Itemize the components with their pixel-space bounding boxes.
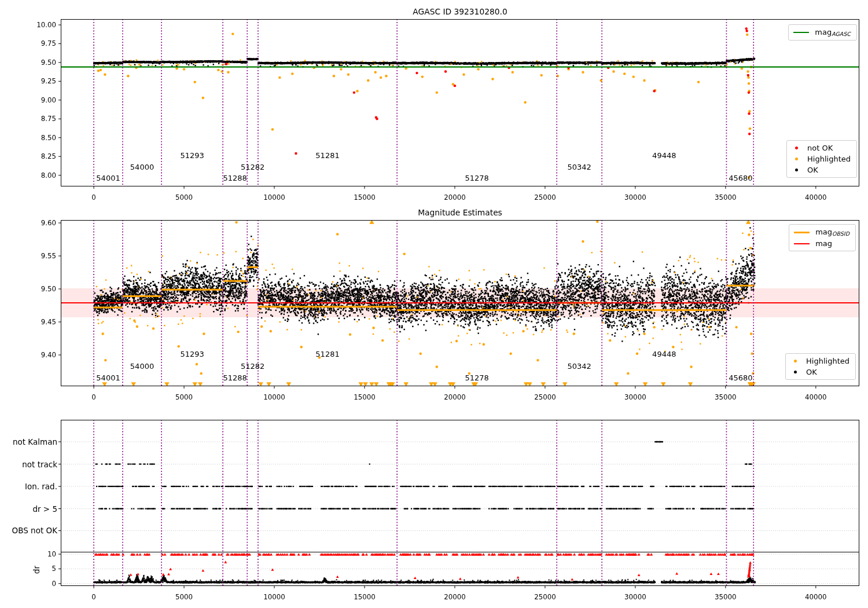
legend-label-not-ok: not OK (807, 144, 833, 152)
ok-marker-swatch (794, 371, 797, 373)
not-ok-marker-swatch (795, 146, 798, 149)
legend-label-ok-mid: OK (806, 368, 817, 376)
dr-axis-label: dr (32, 566, 41, 574)
mag-agasc-line-swatch (793, 32, 809, 33)
legend-item-highlighted: Highlighted (792, 155, 851, 163)
mag-obsid-line-swatch (794, 232, 810, 233)
legend-item-mag-agasc: magAGASC (793, 28, 851, 37)
mag-line-swatch (794, 243, 810, 244)
ok-marker-swatch (795, 169, 798, 171)
legend-item-highlighted-mid: Highlighted (790, 357, 849, 365)
top-plot-title: AGASC ID 392310280.0 (413, 7, 507, 16)
legend-label-mag-obsid: magOBSID (815, 228, 849, 237)
highlighted-marker-swatch (795, 158, 798, 160)
legend-top-points: not OK Highlighted OK (786, 140, 857, 178)
legend-mag-agasc: magAGASC (788, 24, 857, 41)
legend-label-ok: OK (807, 166, 818, 174)
figure: AGASC ID 392310280.0 Magnitude Estimates… (0, 0, 868, 608)
middle-plot-title: Magnitude Estimates (418, 208, 502, 217)
legend-item-not-ok: not OK (792, 144, 851, 152)
legend-item-ok-mid: OK (790, 368, 849, 376)
legend-label-mag: mag (815, 239, 832, 248)
highlighted-marker-swatch (794, 360, 797, 362)
legend-item-mag: mag (794, 239, 849, 248)
legend-label-mag-agasc: magAGASC (815, 28, 851, 37)
legend-mid-points: Highlighted OK (785, 353, 856, 380)
legend-label-highlighted: Highlighted (807, 155, 851, 163)
legend-item-ok: OK (792, 166, 851, 174)
legend-item-mag-obsid: magOBSID (794, 228, 849, 237)
plots-canvas (0, 0, 868, 608)
legend-label-highlighted-mid: Highlighted (806, 357, 849, 365)
legend-mag-lines: magOBSID mag (789, 224, 856, 251)
